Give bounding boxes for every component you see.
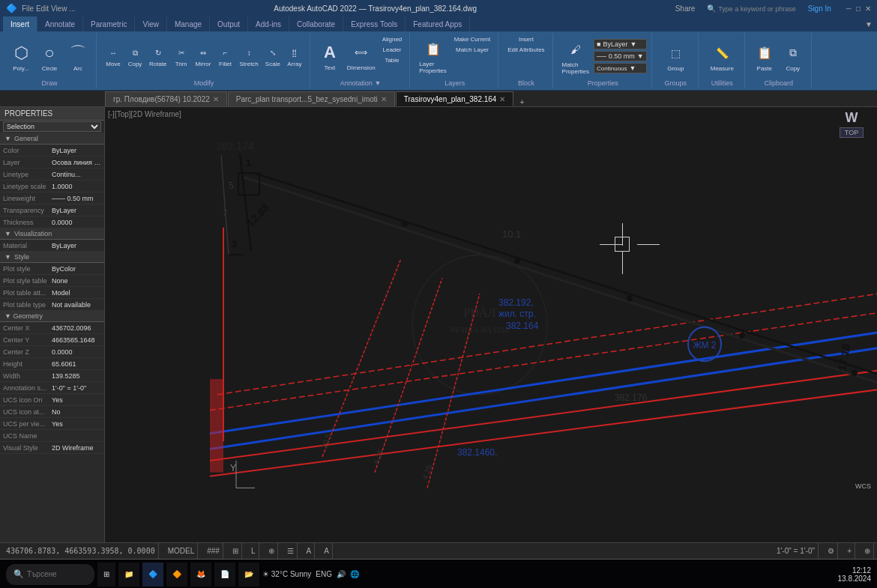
main-area: PROPERTIES Selection ▼ General Color ByL… — [0, 107, 877, 542]
visualization-section[interactable]: ▼ Visualization — [0, 228, 104, 240]
make-current-button[interactable]: Make Current — [451, 34, 493, 44]
firefox-button[interactable]: 🦊 — [190, 563, 211, 587]
autocad-taskbar-button[interactable]: 🔷 — [142, 563, 163, 587]
prop-visual-style: Visual Style 2D Wireframe — [0, 442, 104, 454]
aligned-button[interactable]: Aligned — [379, 34, 406, 44]
close-tab-parc[interactable]: ✕ — [381, 95, 387, 103]
file-explorer-button[interactable]: 📁 — [118, 563, 139, 587]
search-input[interactable] — [27, 570, 87, 578]
edit-attributes-button[interactable]: Edit Attributes — [504, 45, 547, 55]
linetype-dropdown[interactable]: ──0.50 mm▼ — [594, 51, 647, 61]
dimension-button[interactable]: ⟺ Dimension — [344, 34, 379, 76]
osnap-button[interactable]: ☰ — [284, 543, 298, 559]
nav-cube: W TOP — [829, 110, 874, 155]
layer-dropdown[interactable]: ■ByLayer▼ — [594, 39, 647, 49]
leader-button[interactable]: Leader — [379, 45, 406, 55]
cad-viewport[interactable]: [-][Top][2D Wireframe] W TOP WCS РDАЛ НЕ… — [105, 107, 877, 542]
draw-group-label: Draw — [41, 78, 57, 87]
share-button[interactable]: Share — [675, 4, 696, 13]
network-icon[interactable]: 🌐 — [350, 570, 359, 578]
snap-button[interactable]: ⊞ — [229, 543, 242, 559]
transparency-button[interactable]: A — [321, 543, 333, 559]
paste-button[interactable]: 📋 Paste — [751, 35, 778, 77]
ribbon-group-properties: 🖌 MatchProperties ■ByLayer▼ ──0.50 mm▼ C… — [555, 33, 652, 88]
measure-button[interactable]: 📏 Measure — [708, 35, 737, 77]
window-controls[interactable]: Share 🔍 Type a keyword or phrase Sign In… — [675, 4, 871, 13]
windows-explorer[interactable]: 📂 — [238, 563, 259, 587]
nav-top-button[interactable]: TOP — [840, 127, 864, 138]
start-button[interactable]: ⊞ — [97, 563, 115, 587]
ribbon-group-clipboard: 📋 Paste ⧉ Copy Clipboard — [747, 33, 812, 88]
add-tab-button[interactable]: + — [514, 97, 529, 106]
group-button[interactable]: ⬚ Group — [662, 35, 689, 77]
search-bar[interactable]: 🔍 Type a keyword or phrase — [707, 4, 795, 13]
tab-expand[interactable]: ▼ — [861, 20, 877, 28]
style-section[interactable]: ▼ Style — [0, 252, 104, 263]
tab-view[interactable]: View — [135, 16, 167, 31]
zoom-in-button[interactable]: + — [844, 543, 855, 559]
match-layer-button[interactable]: Match Layer — [451, 45, 493, 55]
scale-display[interactable]: 1'-0" = 1'-0" — [774, 543, 819, 559]
properties-panel: PROPERTIES Selection ▼ General Color ByL… — [0, 107, 105, 542]
tab-addins[interactable]: Add-ins — [248, 16, 289, 31]
tab-collaborate[interactable]: Collaborate — [289, 16, 343, 31]
doc-tab-plovdiv[interactable]: гр. Пловдив(56784) 10.2022 ✕ — [105, 91, 227, 106]
close-button[interactable]: ✕ — [865, 4, 871, 13]
tab-parametric[interactable]: Parametric — [83, 16, 135, 31]
move-button[interactable]: ↔Move — [103, 34, 124, 78]
stretch-button[interactable]: ↕Stretch — [236, 34, 261, 78]
tab-insert[interactable]: Insert — [3, 16, 37, 31]
general-section[interactable]: ▼ General — [0, 133, 104, 145]
sign-in-button[interactable]: Sign In — [808, 4, 831, 13]
settings-button[interactable]: ⚙ — [825, 543, 838, 559]
prop-lineweight: Lineweight —— 0.50 mm — [0, 193, 104, 204]
ribbon-group-groups: ⬚ Group Groups — [654, 33, 699, 88]
copy-button[interactable]: ⧉Copy — [124, 34, 145, 78]
polyline-button[interactable]: ⬡ Poly... — [7, 35, 34, 77]
search-box[interactable]: 🔍 — [6, 564, 94, 585]
svg-point-14 — [627, 295, 633, 301]
model-button[interactable]: MODEL — [165, 543, 199, 559]
match-properties-button[interactable]: 🖌 MatchProperties — [559, 35, 592, 77]
mirror-button[interactable]: ⇔Mirror — [193, 34, 214, 78]
svg-point-13 — [514, 258, 520, 264]
prop-ucs-on: UCS icon On Yes — [0, 394, 104, 406]
tab-featured[interactable]: Featured Apps — [406, 16, 470, 31]
close-tab-plovdiv[interactable]: ✕ — [213, 95, 219, 103]
rotate-button[interactable]: ↻Rotate — [146, 34, 170, 78]
doc-tab-trasirovy[interactable]: Trasirovy4en_plan_382.164 ✕ — [396, 91, 514, 106]
insert-block-button[interactable]: Insert — [504, 34, 547, 44]
scale-button[interactable]: ⤡Scale — [262, 34, 283, 78]
svg-text:Y: Y — [230, 462, 236, 473]
circle-button[interactable]: ○ Circle — [36, 35, 63, 77]
notepad-button[interactable]: 📄 — [214, 563, 235, 587]
copy-clipboard-button[interactable]: ⧉ Copy — [780, 35, 807, 77]
trim-button[interactable]: ✂Trim — [171, 34, 192, 78]
minimize-button[interactable]: ─ — [846, 4, 852, 13]
zoom-out-button[interactable]: ⊕ — [861, 543, 874, 559]
tab-express[interactable]: Express Tools — [343, 16, 406, 31]
tab-output[interactable]: Output — [210, 16, 248, 31]
doc-tab-parc[interactable]: Parc_plan transport...5_bez_sysedni_imot… — [228, 91, 395, 106]
ortho-button[interactable]: L — [248, 543, 259, 559]
close-tab-trasirovy[interactable]: ✕ — [499, 95, 505, 103]
table-button[interactable]: Table — [379, 55, 406, 65]
tab-annotate[interactable]: Annotate — [37, 16, 83, 31]
lineweight-button[interactable]: A — [304, 543, 316, 559]
tab-manage[interactable]: Manage — [167, 16, 210, 31]
arc-button[interactable]: ⌒ Arc — [64, 35, 91, 77]
volume-icon[interactable]: 🔊 — [337, 570, 346, 578]
text-button[interactable]: A Text — [316, 34, 343, 76]
geometry-section[interactable]: ▼ Geometry — [0, 311, 104, 322]
polar-button[interactable]: ⊕ — [265, 543, 278, 559]
prop-linetype: Linetype Continu... — [0, 169, 104, 181]
acrobat-button[interactable]: 🔶 — [166, 563, 187, 587]
array-button[interactable]: ⣿Array — [284, 34, 305, 78]
taskbar-clock[interactable]: 12:12 13.8.2024 — [838, 566, 872, 583]
selection-dropdown[interactable]: Selection — [3, 121, 101, 132]
grid-button[interactable]: ### — [204, 543, 223, 559]
maximize-button[interactable]: □ — [856, 4, 861, 13]
layer-properties-button[interactable]: 📋 LayerProperties — [416, 34, 449, 76]
fillet-button[interactable]: ⌐Fillet — [214, 34, 235, 78]
linestyle-dropdown[interactable]: Continuous▼ — [594, 63, 647, 73]
